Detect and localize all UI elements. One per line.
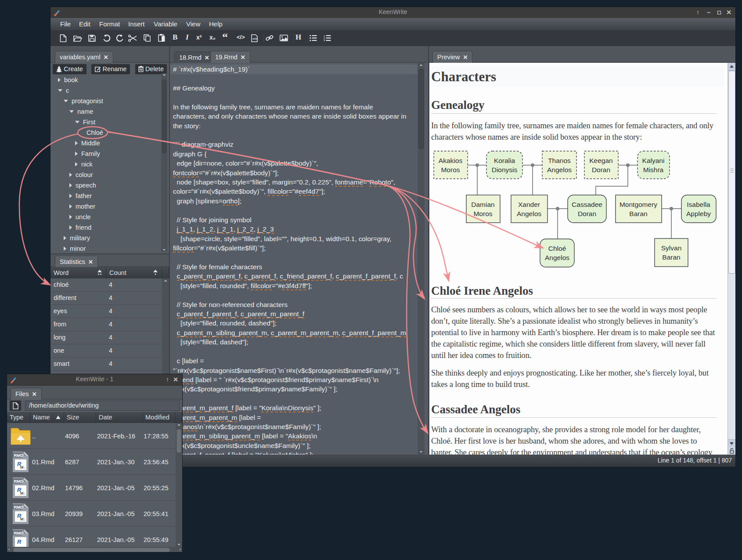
svg-text:RMD: RMD — [14, 531, 24, 535]
svg-text:Doran: Doran — [578, 210, 596, 217]
svg-text:Angelos: Angelos — [547, 166, 572, 173]
svg-text:Cassadee: Cassadee — [572, 201, 602, 208]
svg-text:Baran: Baran — [662, 253, 680, 261]
svg-text:Keegan: Keegan — [589, 157, 612, 164]
svg-text:Doran: Doran — [592, 166, 610, 173]
svg-text:Angelos: Angelos — [545, 254, 569, 261]
svg-text:Damian: Damian — [471, 201, 494, 208]
svg-text:Dionysis: Dionysis — [492, 166, 518, 173]
svg-text:M↓: M↓ — [20, 517, 25, 521]
svg-text:Kalyani: Kalyani — [642, 157, 665, 164]
svg-text:Thanos: Thanos — [548, 157, 571, 164]
svg-text:M↓: M↓ — [20, 465, 25, 470]
svg-text:Akakios: Akakios — [439, 157, 463, 164]
svg-text:Moros: Moros — [473, 210, 492, 217]
svg-text:Baran: Baran — [629, 210, 647, 217]
svg-text:</>: </> — [252, 37, 258, 41]
svg-text:3: 3 — [324, 39, 325, 41]
svg-text:Moros: Moros — [441, 166, 460, 173]
svg-text:Koralia: Koralia — [494, 157, 515, 164]
svg-text:R: R — [17, 538, 22, 545]
svg-text:RMD: RMD — [14, 505, 24, 509]
svg-text:M↓: M↓ — [20, 491, 25, 495]
svg-text:Sylvan: Sylvan — [661, 244, 682, 252]
svg-text:Montgomery: Montgomery — [620, 201, 657, 208]
svg-text:RMD: RMD — [14, 479, 24, 484]
svg-text:Appleby: Appleby — [686, 210, 711, 217]
svg-text:RMD: RMD — [14, 453, 24, 458]
svg-text:Chloé: Chloé — [548, 245, 566, 252]
svg-text:Mishra: Mishra — [643, 166, 664, 173]
svg-text:Isabella: Isabella — [687, 201, 710, 208]
svg-text:Angelos: Angelos — [517, 210, 541, 217]
svg-text:Xander: Xander — [518, 201, 540, 208]
